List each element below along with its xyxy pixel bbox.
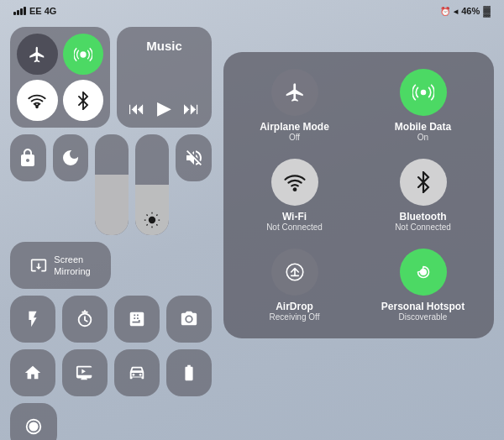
conn-airdrop[interactable]: AirDrop Receiving Off — [237, 249, 352, 322]
top-row: Music ⏮ ▶ ⏭ — [10, 27, 212, 128]
bluetooth-button[interactable] — [63, 80, 104, 121]
brightness-slider[interactable] — [135, 134, 169, 235]
mobile-data-button[interactable] — [63, 34, 104, 75]
svg-point-8 — [420, 90, 426, 96]
connectivity-grid — [10, 27, 110, 128]
prev-button[interactable]: ⏮ — [129, 99, 145, 118]
alarm-icon: ⏰ — [440, 7, 450, 16]
svg-point-2 — [149, 217, 155, 223]
appletv-button[interactable] — [62, 349, 108, 396]
bluetooth-icon-wrap — [400, 159, 447, 206]
airplane-mode-button[interactable] — [17, 34, 58, 75]
mobile-data-label: Mobile Data On — [395, 121, 451, 142]
phone-screen: EE 4G ⏰ ◂ 46% ▓ — [0, 0, 504, 440]
fifth-row — [10, 349, 212, 396]
volume-slider[interactable] — [95, 134, 129, 235]
bluetooth-label: Bluetooth Not Connected — [395, 211, 451, 232]
music-title: Music — [129, 39, 200, 53]
screen-mirroring-label: ScreenMirroring — [54, 254, 90, 278]
timer-button[interactable] — [62, 296, 108, 343]
flashlight-button[interactable] — [10, 296, 55, 343]
mobile-data-icon-wrap — [400, 69, 447, 116]
svg-point-4 — [133, 374, 135, 376]
carrier-label: EE 4G — [29, 6, 56, 16]
signal-bars — [13, 7, 26, 15]
airplane-mode-label: Airplane Mode Off — [260, 121, 329, 142]
play-button[interactable]: ▶ — [157, 97, 171, 119]
conn-hotspot[interactable]: Personal Hotspot Discoverable — [365, 249, 480, 322]
calculator-button[interactable] — [114, 296, 160, 343]
second-row — [10, 134, 212, 235]
battery-icon: ▓ — [483, 5, 491, 17]
wifi-icon-wrap — [271, 159, 318, 206]
hotspot-icon-wrap — [400, 249, 447, 296]
location-icon: ◂ — [454, 7, 458, 16]
battery-status-button[interactable] — [166, 349, 212, 396]
status-left: EE 4G — [13, 6, 56, 16]
carplay-button[interactable] — [114, 349, 160, 396]
airplane-mode-icon-wrap — [271, 69, 318, 116]
conn-mobile-data[interactable]: Mobile Data On — [365, 69, 480, 142]
airdrop-label: AirDrop Receiving Off — [270, 301, 320, 322]
camera-button[interactable] — [166, 296, 212, 343]
battery-label: 46% — [461, 6, 480, 16]
lock-rotation-button[interactable] — [10, 134, 46, 181]
screen-mirroring-button[interactable]: ScreenMirroring — [10, 242, 111, 289]
wifi-button[interactable] — [17, 80, 58, 121]
hotspot-label: Personal Hotspot Discoverable — [381, 301, 465, 322]
left-panel: Music ⏮ ▶ ⏭ — [10, 27, 212, 440]
record-row — [10, 403, 212, 440]
wifi-label: Wi-Fi Not Connected — [266, 211, 323, 232]
next-button[interactable]: ⏭ — [183, 99, 200, 118]
conn-bluetooth[interactable]: Bluetooth Not Connected — [365, 159, 480, 232]
home-button[interactable] — [10, 349, 55, 396]
record-button[interactable] — [10, 403, 57, 440]
main-content: Music ⏮ ▶ ⏭ — [0, 20, 504, 440]
music-widget: Music ⏮ ▶ ⏭ — [117, 27, 212, 128]
quick-row — [10, 296, 212, 343]
status-bar: EE 4G ⏰ ◂ 46% ▓ — [0, 0, 504, 20]
svg-point-7 — [29, 422, 37, 430]
svg-point-1 — [36, 106, 38, 107]
third-row: ScreenMirroring — [10, 242, 212, 289]
svg-point-5 — [139, 374, 142, 376]
svg-point-0 — [80, 51, 86, 57]
right-panel: Airplane Mode Off Mobile Data On — [223, 27, 494, 440]
mute-button[interactable] — [176, 134, 212, 181]
conn-wifi[interactable]: Wi-Fi Not Connected — [237, 159, 352, 232]
music-controls: ⏮ ▶ ⏭ — [129, 97, 200, 119]
status-right: ⏰ ◂ 46% ▓ — [440, 5, 491, 17]
connectivity-expanded: Airplane Mode Off Mobile Data On — [223, 52, 494, 338]
conn-airplane-mode[interactable]: Airplane Mode Off — [237, 69, 352, 142]
airdrop-icon-wrap — [271, 249, 318, 296]
do-not-disturb-button[interactable] — [53, 134, 89, 181]
svg-point-9 — [293, 188, 296, 191]
sliders-row — [95, 134, 169, 235]
